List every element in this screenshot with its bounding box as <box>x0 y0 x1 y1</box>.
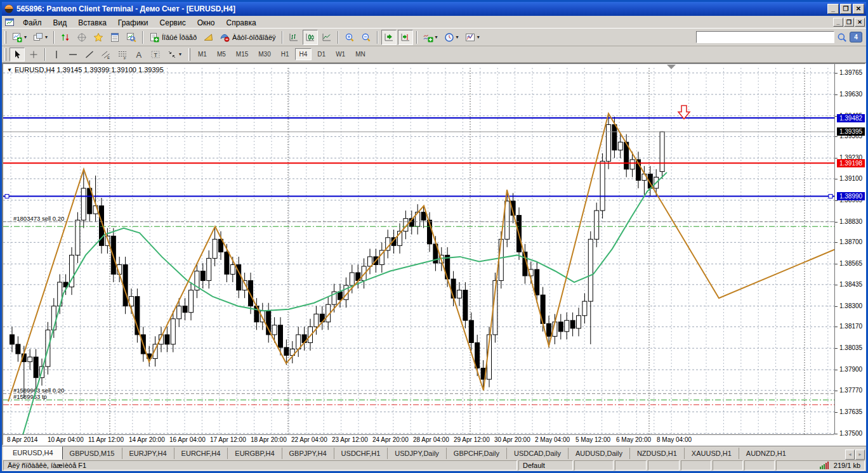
annotations[interactable] <box>5 65 832 198</box>
chart-tab-audusd-daily[interactable]: AUDUSD,Daily <box>568 448 629 459</box>
crosshair-tool-button[interactable] <box>26 48 41 62</box>
toolbar-grip[interactable] <box>188 48 190 61</box>
search-icon[interactable] <box>836 32 848 43</box>
tab-scroll-right-button[interactable]: ► <box>855 450 865 460</box>
crosshair-button[interactable] <box>74 30 89 45</box>
dropdown-caret-icon[interactable]: ▾ <box>179 51 181 57</box>
title-bar[interactable]: 565896: Panteon Client Terminal - Демо С… <box>2 2 866 16</box>
candle-chart-icon <box>305 32 315 42</box>
price-tick <box>835 285 838 285</box>
auto-scroll-button[interactable] <box>381 30 397 45</box>
horizontal-line-button[interactable] <box>65 48 81 62</box>
arrows-button[interactable]: ▾ <box>164 48 184 62</box>
new-chart-button[interactable]: ▾ <box>10 30 29 45</box>
tab-scroll-left-button[interactable]: ◄ <box>845 450 855 460</box>
symbol-dropdown-icon[interactable] <box>7 66 15 74</box>
price-chart[interactable]: #1803473 sell 0.20#1589963 sell 0.20#158… <box>3 64 834 434</box>
child-minimize-button[interactable]: _ <box>833 18 843 27</box>
chart-tab-gbpchf-daily[interactable]: GBPCHF,Daily <box>446 448 506 459</box>
line-handle[interactable] <box>829 195 832 198</box>
child-restore-button[interactable]: ❐ <box>844 18 854 27</box>
search-input[interactable] <box>696 31 834 43</box>
messages-badge[interactable]: 4 <box>850 32 862 42</box>
dropdown-caret-icon[interactable]: ▾ <box>435 34 438 40</box>
menu-service[interactable]: Сервис <box>154 17 192 29</box>
text-button[interactable]: A <box>131 48 147 62</box>
new-order-button[interactable]: Íîâûé Îðäåð <box>147 30 199 45</box>
dropdown-caret-icon[interactable]: ▾ <box>477 34 480 40</box>
menu-charts[interactable]: Графики <box>112 17 154 29</box>
toolbar-grip[interactable] <box>4 48 6 61</box>
dropdown-caret-icon[interactable]: ▾ <box>45 34 48 40</box>
candle-chart-button[interactable] <box>303 30 318 45</box>
chart-tab-usdcad-daily[interactable]: USDCAD,Daily <box>506 448 568 459</box>
timeframe-m15[interactable]: M15 <box>232 48 253 60</box>
chart-tab-gbpusd-m15[interactable]: GBPUSD,M15 <box>63 448 122 459</box>
time-axis-label: 5 May 12:00 <box>575 436 610 443</box>
toolbar-grip[interactable] <box>4 31 6 44</box>
maximize-button[interactable]: ❐ <box>840 4 852 14</box>
status-segment <box>681 460 711 470</box>
metaeditor-button[interactable] <box>201 30 216 45</box>
refresh-button[interactable] <box>124 30 139 45</box>
chart-tab-xauusd-h1[interactable]: XAUUSD,H1 <box>684 448 739 459</box>
chart-tab-usdjpy-daily[interactable]: USDJPY,Daily <box>387 448 446 459</box>
timeframe-h1[interactable]: H1 <box>277 48 294 60</box>
templates-button[interactable]: ▾ <box>463 30 482 45</box>
timeframe-w1[interactable]: W1 <box>331 48 350 60</box>
menu-help[interactable]: Справка <box>221 17 262 29</box>
timeframe-h4[interactable]: H4 <box>295 48 312 60</box>
text-label-button[interactable]: T <box>148 48 163 62</box>
tick-chart-button[interactable] <box>58 30 73 45</box>
indicators-button[interactable]: ▾ <box>421 30 440 45</box>
timeframe-m1[interactable]: M1 <box>194 48 211 60</box>
chart-shift-button[interactable] <box>398 30 413 45</box>
favorites-button[interactable] <box>91 30 106 45</box>
chart-tab-eurgbp-h4[interactable]: EURGBP,H4 <box>227 448 281 459</box>
timeframe-d1[interactable]: D1 <box>313 48 330 60</box>
chart-tab-eurchf-h4[interactable]: EURCHF,H4 <box>174 448 228 459</box>
equidistant-channel-button[interactable]: E <box>98 48 114 62</box>
svg-text:F: F <box>124 56 126 60</box>
chart-tab-nzdusd-h1[interactable]: NZDUSD,H1 <box>629 448 684 459</box>
data-window-button[interactable] <box>107 30 122 45</box>
chart-shift-marker[interactable] <box>667 65 676 69</box>
chart-tab-eurjpy-h4[interactable]: EURJPY,H4 <box>122 448 174 459</box>
chart-tab-eurusd-h4[interactable]: EURUSD,H4 <box>3 446 63 460</box>
status-profile[interactable]: Default <box>518 460 573 470</box>
autotrading-button[interactable]: Àâòî-òîðãîâëÿ <box>217 30 279 45</box>
trend-line-button[interactable] <box>82 48 97 62</box>
bar-chart-button[interactable] <box>286 30 301 45</box>
horizontal-level-lines[interactable] <box>3 118 834 196</box>
chart-tab-gbpjpy-h4[interactable]: GBPJPY,H4 <box>282 448 334 459</box>
timeframe-mn[interactable]: MN <box>351 48 370 60</box>
periods-button[interactable]: ▾ <box>442 30 461 45</box>
order-lines[interactable]: #1803473 sell 0.20#1589963 sell 0.20#158… <box>3 215 834 405</box>
fibonacci-button[interactable]: F <box>115 48 130 62</box>
arrow-down-annotation[interactable] <box>678 105 690 119</box>
price-axis[interactable]: 1.397651.396301.394951.393651.392301.391… <box>834 64 865 434</box>
menu-insert[interactable]: Вставка <box>72 17 112 29</box>
chart-tab-audnzd-h1[interactable]: AUDNZD,H1 <box>739 448 793 459</box>
dropdown-caret-icon[interactable]: ▾ <box>456 34 459 40</box>
chart-tab-usdchf-h1[interactable]: USDCHF,H1 <box>334 448 388 459</box>
bar-chart-icon <box>289 32 299 42</box>
child-close-button[interactable]: ✕ <box>855 18 865 27</box>
timeframe-m5[interactable]: M5 <box>213 48 230 60</box>
minimize-button[interactable]: _ <box>827 4 839 14</box>
close-button[interactable]: ✕ <box>853 4 864 14</box>
cursor-button[interactable] <box>10 48 25 62</box>
line-chart-button[interactable] <box>319 30 334 45</box>
profiles-button[interactable]: ▾ <box>30 30 50 45</box>
timeframe-m30[interactable]: M30 <box>254 48 275 60</box>
time-axis[interactable]: 8 Apr 201410 Apr 04:0011 Apr 12:0014 Apr… <box>3 434 834 444</box>
menu-view[interactable]: Вид <box>48 17 73 29</box>
line-handle[interactable] <box>5 195 9 198</box>
time-axis-label: 14 Apr 20:00 <box>129 436 165 443</box>
zoom-in-button[interactable] <box>342 30 357 45</box>
vertical-line-button[interactable] <box>49 48 64 62</box>
menu-file[interactable]: Файл <box>17 17 48 29</box>
dropdown-caret-icon[interactable]: ▾ <box>24 34 27 40</box>
zoom-out-button[interactable] <box>358 30 374 45</box>
menu-window[interactable]: Окно <box>192 17 221 29</box>
